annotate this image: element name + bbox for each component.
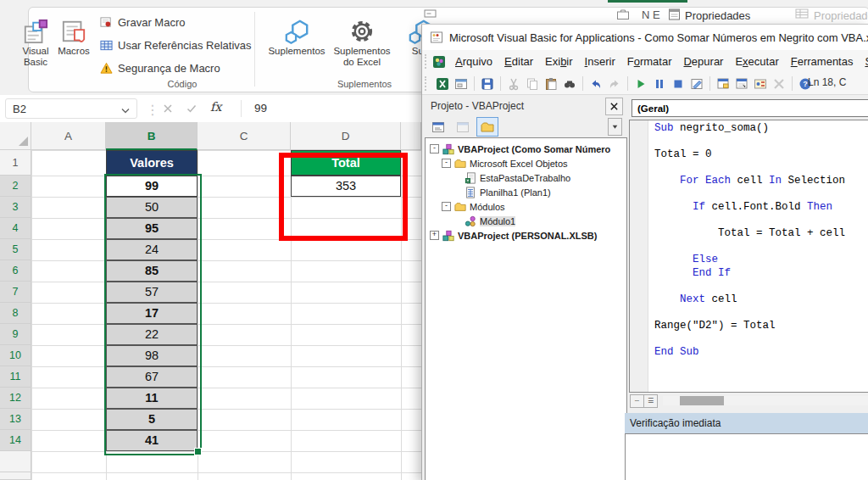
row-header-filler[interactable]: [0, 451, 31, 472]
grid-cell-B2[interactable]: 99: [106, 176, 198, 197]
vba-toolbar-items: ?: [433, 75, 815, 92]
full-module-view-button[interactable]: ☰: [643, 394, 658, 408]
relative-references-button[interactable]: Usar Referências Relativas: [100, 36, 252, 53]
horizontal-scrollbar[interactable]: [663, 396, 868, 405]
scrollbar-thumb[interactable]: [680, 396, 724, 405]
immediate-window-body[interactable]: [625, 433, 868, 480]
row-header-5[interactable]: 5: [0, 239, 31, 260]
row-header-14[interactable]: 14: [0, 430, 31, 451]
macros-button[interactable]: Macros: [54, 19, 93, 57]
undo-icon: [589, 77, 603, 91]
column-header-C[interactable]: C: [198, 122, 291, 150]
grid-cell-B1[interactable]: Valores: [106, 150, 198, 176]
column-header-A[interactable]: A: [31, 122, 106, 150]
menu-formatar[interactable]: Formatar: [621, 52, 678, 71]
column-header-B[interactable]: B: [106, 122, 198, 150]
record-macro-button[interactable]: Gravar Macro: [100, 14, 185, 31]
menu-inserir[interactable]: Inserir: [579, 52, 621, 71]
immediate-window-titlebar[interactable]: Verificação imediata: [625, 413, 868, 433]
code-editor[interactable]: Sub negrito_soma() Total = 0 For Each ce…: [629, 120, 868, 393]
menu-depurar[interactable]: Depurar: [677, 52, 729, 71]
grid-cell-B3[interactable]: 50: [106, 197, 198, 218]
grid-cell-B6[interactable]: 85: [106, 260, 198, 282]
select-all-corner[interactable]: [0, 122, 31, 150]
row-header-6[interactable]: 6: [0, 260, 31, 282]
row-header-12[interactable]: 12: [0, 388, 31, 409]
tree-item[interactable]: EstaPastaDeTrabalho: [453, 170, 570, 185]
fill-handle[interactable]: [194, 448, 202, 455]
vba-titlebar[interactable]: Microsoft Visual Basic for Applications …: [422, 25, 868, 50]
row-header-13[interactable]: 13: [0, 409, 31, 430]
menu-executar[interactable]: Executar: [729, 52, 784, 71]
row-header-8[interactable]: 8: [0, 303, 31, 324]
row-header-4[interactable]: 4: [0, 218, 31, 239]
row-header-11[interactable]: 11: [0, 366, 31, 388]
name-chevron-icon[interactable]: [119, 103, 132, 117]
vba-app-icon: [430, 31, 443, 44]
grid-cell-B10[interactable]: 98: [106, 345, 198, 366]
grid-cell-B4[interactable]: 95: [106, 218, 198, 239]
collapse-icon[interactable]: -: [430, 144, 439, 153]
column-header-D[interactable]: D: [291, 122, 401, 150]
toolbar-separator: [627, 76, 628, 91]
grid-cell-B13[interactable]: 5: [106, 409, 198, 430]
cancel-icon[interactable]: [161, 102, 175, 115]
menubar-grip[interactable]: [425, 54, 426, 69]
column-header-E-partial[interactable]: [401, 122, 421, 150]
grid-cell-B7[interactable]: 57: [106, 282, 198, 303]
grid-cell-B12[interactable]: 11: [106, 388, 198, 409]
view-object-button[interactable]: [452, 117, 474, 137]
visual-basic-button[interactable]: Visual Basic: [15, 19, 56, 68]
gridline-h: [0, 260, 421, 261]
menu-ferramentas[interactable]: Ferramentas: [785, 52, 860, 71]
row-header-9[interactable]: 9: [0, 324, 31, 345]
control-icon: [424, 7, 437, 20]
row-header-2[interactable]: 2: [0, 176, 31, 197]
row-header-1[interactable]: 1: [0, 150, 31, 176]
collapse-icon[interactable]: -: [442, 159, 451, 168]
name-box[interactable]: B2: [5, 98, 137, 119]
design-letters: N E: [642, 8, 660, 21]
view-code-button[interactable]: [427, 117, 449, 137]
tree-item[interactable]: -VBAProject (Como Somar Número: [430, 142, 610, 156]
row-header-7[interactable]: 7: [0, 282, 31, 303]
grid-cell-B8[interactable]: 17: [106, 303, 198, 324]
toggle-folders-button[interactable]: [476, 117, 498, 137]
excel-addins-button[interactable]: Suplementos do Excel: [331, 19, 393, 68]
project-close-button[interactable]: [605, 98, 623, 115]
tree-item[interactable]: -Microsoft Excel Objetos: [442, 156, 568, 170]
code-line: Total = 0: [654, 148, 845, 162]
row-header-filler[interactable]: [0, 472, 31, 480]
grid-cell-B14[interactable]: 41: [106, 430, 198, 451]
enter-icon[interactable]: [185, 102, 198, 115]
tree-item[interactable]: +VBAProject (PERSONAL.XLSB): [430, 228, 597, 243]
menu-exibir[interactable]: Exibir: [539, 52, 579, 71]
formula-input[interactable]: 99: [254, 102, 267, 114]
vbe-menu-app-icon: [432, 55, 446, 69]
row-header-10[interactable]: 10: [0, 345, 31, 366]
tree-item[interactable]: Módulo1: [453, 214, 515, 228]
code-line: Else: [654, 254, 845, 267]
object-dropdown[interactable]: (Geral): [632, 99, 868, 117]
addins-button[interactable]: Suplementos: [264, 19, 329, 57]
project-scroll-dropdown[interactable]: [608, 118, 622, 136]
collapse-icon[interactable]: -: [442, 202, 451, 211]
menu-suplementos[interactable]: Suplementos: [859, 52, 868, 71]
macro-security-button[interactable]: Segurança de Macro: [100, 59, 220, 76]
menu-editar[interactable]: Editar: [498, 52, 539, 71]
grid-cell-B9[interactable]: 22: [106, 324, 198, 345]
group-separator: [254, 12, 255, 87]
project-tree[interactable]: -VBAProject (Como Somar Número-Microsoft…: [425, 137, 627, 480]
procedure-view-button[interactable]: ┄: [630, 394, 644, 408]
insert-function-button[interactable]: fx: [210, 100, 222, 114]
grid-cell-B5[interactable]: 24: [106, 239, 198, 260]
project-panel-titlebar[interactable]: Projeto - VBAProject: [425, 96, 626, 116]
menu-arquivo[interactable]: Arquivo: [449, 52, 498, 71]
properties-label[interactable]: Propriedades: [685, 9, 750, 22]
toolbar-grip[interactable]: [425, 76, 431, 91]
tree-item[interactable]: Planilha1 (Plan1): [453, 185, 551, 199]
grid-cell-B11[interactable]: 67: [106, 366, 198, 388]
row-header-3[interactable]: 3: [0, 197, 31, 218]
expand-icon[interactable]: +: [430, 231, 439, 240]
tree-item[interactable]: -Módulos: [442, 199, 505, 214]
